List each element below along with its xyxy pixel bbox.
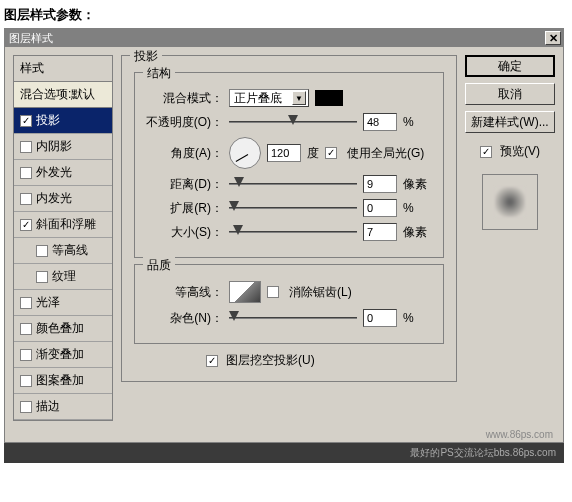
style-item-0[interactable]: 投影	[14, 108, 112, 134]
style-label: 外发光	[36, 164, 72, 181]
knockout-checkbox[interactable]	[206, 355, 218, 367]
layer-style-dialog: 图层样式 ✕ 样式 混合选项:默认 投影内阴影外发光内发光斜面和浮雕等高线纹理光…	[4, 28, 564, 443]
style-label: 纹理	[52, 268, 76, 285]
style-item-7[interactable]: 光泽	[14, 290, 112, 316]
cancel-button[interactable]: 取消	[465, 83, 555, 105]
preview-thumbnail	[495, 187, 525, 217]
style-item-3[interactable]: 内发光	[14, 186, 112, 212]
blend-mode-label: 混合模式：	[145, 90, 223, 107]
distance-slider[interactable]	[229, 177, 357, 191]
knockout-label: 图层挖空投影(U)	[226, 352, 315, 369]
styles-list: 样式 混合选项:默认 投影内阴影外发光内发光斜面和浮雕等高线纹理光泽颜色叠加渐变…	[13, 55, 113, 421]
blend-mode-select[interactable]: 正片叠底 ▼	[229, 89, 309, 107]
antialias-label: 消除锯齿(L)	[289, 284, 352, 301]
antialias-checkbox[interactable]	[267, 286, 279, 298]
spread-input[interactable]	[363, 199, 397, 217]
watermark: www.86ps.com	[5, 425, 563, 442]
distance-label: 距离(D)：	[145, 176, 223, 193]
preview-box	[482, 174, 538, 230]
style-checkbox[interactable]	[20, 375, 32, 387]
style-label: 图案叠加	[36, 372, 84, 389]
size-unit: 像素	[403, 224, 433, 241]
style-item-1[interactable]: 内阴影	[14, 134, 112, 160]
style-label: 等高线	[52, 242, 88, 259]
style-item-4[interactable]: 斜面和浮雕	[14, 212, 112, 238]
style-checkbox[interactable]	[20, 219, 32, 231]
effect-group: 投影 结构 混合模式： 正片叠底 ▼ 不透明度(O)：	[121, 55, 457, 382]
opacity-input[interactable]	[363, 113, 397, 131]
spread-label: 扩展(R)：	[145, 200, 223, 217]
new-style-button[interactable]: 新建样式(W)...	[465, 111, 555, 133]
style-item-9[interactable]: 渐变叠加	[14, 342, 112, 368]
style-item-2[interactable]: 外发光	[14, 160, 112, 186]
preview-checkbox[interactable]	[480, 146, 492, 158]
style-item-8[interactable]: 颜色叠加	[14, 316, 112, 342]
style-checkbox[interactable]	[20, 141, 32, 153]
noise-input[interactable]	[363, 309, 397, 327]
titlebar: 图层样式 ✕	[5, 29, 563, 47]
style-item-5[interactable]: 等高线	[14, 238, 112, 264]
opacity-unit: %	[403, 115, 433, 129]
style-checkbox[interactable]	[20, 349, 32, 361]
style-label: 光泽	[36, 294, 60, 311]
style-checkbox[interactable]	[20, 193, 32, 205]
angle-input[interactable]	[267, 144, 301, 162]
style-label: 渐变叠加	[36, 346, 84, 363]
spread-slider[interactable]	[229, 201, 357, 215]
blend-options-default[interactable]: 混合选项:默认	[14, 82, 112, 108]
effect-panel: 投影 结构 混合模式： 正片叠底 ▼ 不透明度(O)：	[121, 55, 457, 421]
style-item-11[interactable]: 描边	[14, 394, 112, 420]
contour-label: 等高线：	[145, 284, 223, 301]
style-label: 投影	[36, 112, 60, 129]
use-global-light-label: 使用全局光(G)	[347, 145, 424, 162]
noise-label: 杂色(N)：	[145, 310, 223, 327]
chevron-down-icon: ▼	[292, 91, 306, 105]
style-label: 内发光	[36, 190, 72, 207]
right-buttons: 确定 取消 新建样式(W)... 预览(V)	[465, 55, 555, 421]
style-item-10[interactable]: 图案叠加	[14, 368, 112, 394]
preview-label: 预览(V)	[500, 143, 540, 160]
style-item-6[interactable]: 纹理	[14, 264, 112, 290]
style-label: 内阴影	[36, 138, 72, 155]
style-checkbox[interactable]	[20, 167, 32, 179]
blend-mode-value: 正片叠底	[234, 90, 282, 107]
style-checkbox[interactable]	[20, 401, 32, 413]
noise-unit: %	[403, 311, 433, 325]
size-input[interactable]	[363, 223, 397, 241]
angle-label: 角度(A)：	[145, 145, 223, 162]
use-global-light-checkbox[interactable]	[325, 147, 337, 159]
style-label: 斜面和浮雕	[36, 216, 96, 233]
opacity-slider[interactable]	[229, 115, 357, 129]
style-checkbox[interactable]	[36, 245, 48, 257]
quality-title: 品质	[143, 257, 175, 274]
style-checkbox[interactable]	[20, 323, 32, 335]
style-checkbox[interactable]	[20, 115, 32, 127]
structure-title: 结构	[143, 65, 175, 82]
noise-slider[interactable]	[229, 311, 357, 325]
quality-group: 品质 等高线： 消除锯齿(L) 杂色(N)： %	[134, 264, 444, 344]
angle-unit: 度	[307, 145, 319, 162]
style-label: 颜色叠加	[36, 320, 84, 337]
footer-bar: 最好的PS交流论坛bbs.86ps.com	[4, 443, 564, 463]
dialog-title: 图层样式	[9, 31, 53, 46]
angle-dial[interactable]	[229, 137, 261, 169]
page-title: 图层样式参数：	[0, 0, 572, 28]
style-label: 描边	[36, 398, 60, 415]
style-checkbox[interactable]	[20, 297, 32, 309]
size-label: 大小(S)：	[145, 224, 223, 241]
styles-header[interactable]: 样式	[14, 56, 112, 82]
close-button[interactable]: ✕	[545, 31, 561, 45]
spread-unit: %	[403, 201, 433, 215]
contour-picker[interactable]	[229, 281, 261, 303]
distance-input[interactable]	[363, 175, 397, 193]
size-slider[interactable]	[229, 225, 357, 239]
effect-title: 投影	[130, 48, 162, 65]
distance-unit: 像素	[403, 176, 433, 193]
opacity-label: 不透明度(O)：	[145, 114, 223, 131]
ok-button[interactable]: 确定	[465, 55, 555, 77]
structure-group: 结构 混合模式： 正片叠底 ▼ 不透明度(O)：	[134, 72, 444, 258]
style-checkbox[interactable]	[36, 271, 48, 283]
shadow-color-swatch[interactable]	[315, 90, 343, 106]
